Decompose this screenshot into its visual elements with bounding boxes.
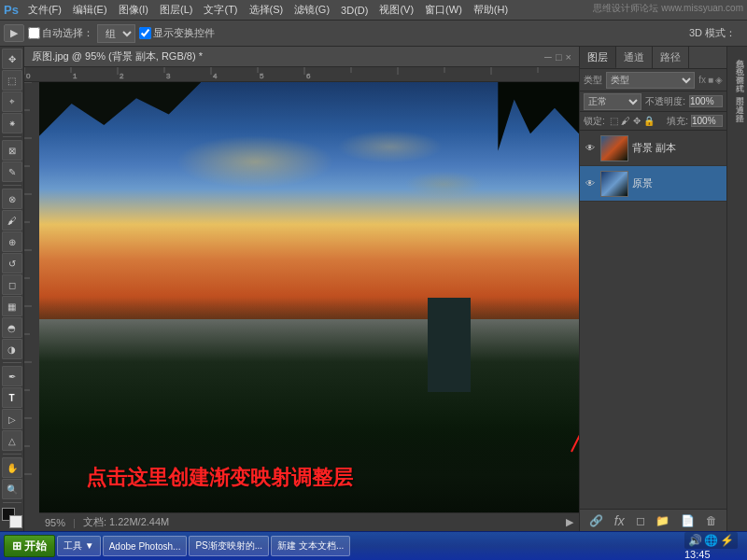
- layer-row-original[interactable]: 👁 原景: [580, 166, 726, 202]
- scroll-right-btn[interactable]: ▶: [566, 516, 573, 528]
- tray-power-icon[interactable]: ⚡: [720, 534, 734, 547]
- photo-canvas-container: 点击这里创建渐变映射调整层: [39, 82, 579, 512]
- tool-magic-wand[interactable]: ⁕: [2, 113, 22, 133]
- tool-lasso[interactable]: ⌖: [2, 91, 22, 112]
- delete-layer-btn[interactable]: 🗑: [702, 512, 721, 529]
- tool-hand[interactable]: ✋: [2, 457, 22, 478]
- lock-label: 锁定:: [584, 115, 605, 128]
- tool-eraser[interactable]: ◻: [2, 274, 22, 295]
- fill-input[interactable]: [691, 115, 723, 127]
- svg-text:2: 2: [120, 72, 124, 80]
- tool-gradient[interactable]: ▦: [2, 296, 22, 316]
- menu-edit[interactable]: 编辑(E): [67, 1, 113, 19]
- tool-pen[interactable]: ✒: [2, 366, 22, 386]
- far-right-layers[interactable]: 图层: [729, 87, 746, 94]
- layer-name-2: 原景: [632, 176, 723, 190]
- taskbar-photoshop[interactable]: Adobe Photosh...: [103, 536, 188, 556]
- new-layer-btn[interactable]: 📄: [677, 512, 698, 529]
- color-swatch[interactable]: [2, 508, 22, 528]
- layer-row-bg-copy[interactable]: 👁 背景 副本: [580, 131, 726, 166]
- menu-image[interactable]: 图像(I): [113, 1, 154, 19]
- tool-dodge[interactable]: ◑: [2, 339, 22, 359]
- tool-blur[interactable]: ◓: [2, 317, 22, 338]
- tool-crop[interactable]: ⊠: [2, 140, 22, 161]
- filter-icon-smart[interactable]: ◈: [715, 75, 723, 85]
- menu-view[interactable]: 视图(V): [374, 1, 419, 19]
- tray-sound-icon[interactable]: 🔊: [688, 534, 702, 547]
- far-right-swatches[interactable]: 色板: [729, 57, 746, 64]
- canvas-area: 原图.jpg @ 95% (背景 副本, RGB/8) * ─ □ × 0 1 …: [24, 47, 579, 531]
- right-panels: 图层 通道 路径 类型 类型 名称 fx ■ ◈: [579, 47, 747, 531]
- background-color[interactable]: [9, 515, 22, 528]
- taskbar-new-doc[interactable]: 新建 文本文档...: [271, 536, 350, 556]
- far-right-paths[interactable]: 路径: [729, 104, 746, 111]
- menu-file[interactable]: 文件(F): [22, 1, 67, 19]
- menu-bar: Ps 文件(F) 编辑(E) 图像(I) 图层(L) 文字(T) 选择(S) 滤…: [0, 0, 747, 21]
- filter-icon-fx[interactable]: fx: [698, 75, 706, 85]
- tool-shape[interactable]: △: [2, 430, 22, 451]
- tool-spot-heal[interactable]: ⊗: [2, 189, 22, 209]
- tool-eyedropper[interactable]: ✎: [2, 161, 22, 182]
- opacity-input[interactable]: [689, 95, 723, 107]
- doc-tab-controls[interactable]: ─ □ ×: [544, 51, 571, 63]
- ruler-h-svg: 0 1 2 3 4 5 6: [24, 67, 579, 82]
- layer-visibility-2[interactable]: 👁: [584, 177, 597, 190]
- menu-layer[interactable]: 图层(L): [154, 1, 198, 19]
- lock-transparent-icon[interactable]: ⬚: [610, 116, 618, 126]
- tool-marquee[interactable]: ⬚: [2, 70, 22, 91]
- start-label: 开始: [24, 539, 47, 554]
- cloud-layer: [39, 117, 579, 267]
- menu-3d[interactable]: 3D(D): [335, 3, 374, 18]
- tab-paths[interactable]: 路径: [653, 47, 689, 68]
- tab-channels[interactable]: 通道: [616, 47, 653, 68]
- tool-separator-5: [3, 502, 21, 503]
- layers-lock-row: 锁定: ⬚ 🖌 ✥ 🔒 填充:: [580, 112, 726, 131]
- minimize-icon[interactable]: ─: [544, 51, 552, 63]
- far-right-adjustments[interactable]: 调整: [729, 65, 746, 73]
- lock-all-icon[interactable]: 🔒: [643, 116, 655, 126]
- blend-mode-select[interactable]: 正常: [584, 93, 641, 110]
- building-silhouette: [428, 298, 471, 392]
- layer-visibility-1[interactable]: 👁: [584, 142, 597, 155]
- far-right-channels[interactable]: 通道: [729, 95, 746, 103]
- taskbar-tools[interactable]: 工具 ▼: [57, 536, 101, 556]
- far-right-color[interactable]: 颜色: [729, 49, 746, 56]
- options-tool-btn[interactable]: ▶: [4, 24, 24, 42]
- close-doc-icon[interactable]: ×: [566, 51, 571, 63]
- layers-filter-row: 类型 类型 名称 fx ■ ◈: [580, 69, 726, 91]
- tool-clone[interactable]: ⊕: [2, 231, 22, 252]
- maximize-icon[interactable]: □: [556, 51, 562, 63]
- add-style-btn[interactable]: fx: [611, 511, 628, 530]
- lock-paint-icon[interactable]: 🖌: [621, 116, 630, 126]
- new-group-btn[interactable]: 📁: [652, 512, 673, 529]
- status-bar: 95% | 文档: 1.22M/2.44M ▶: [39, 512, 579, 531]
- add-mask-btn[interactable]: ◻: [632, 512, 649, 529]
- menu-filter[interactable]: 滤镜(G): [289, 1, 335, 19]
- tool-zoom[interactable]: 🔍: [2, 479, 22, 499]
- taskbar-ps-tutorial[interactable]: PS渐变映射的...: [189, 536, 269, 556]
- show-transform-checkbox[interactable]: [139, 27, 151, 39]
- tool-path-select[interactable]: ▷: [2, 409, 22, 429]
- filter-icon-color[interactable]: ■: [708, 75, 713, 85]
- start-button[interactable]: ⊞ 开始: [4, 535, 55, 557]
- tool-brush[interactable]: 🖌: [2, 210, 22, 231]
- tool-move[interactable]: ✥: [2, 49, 22, 69]
- menu-text[interactable]: 文字(T): [198, 1, 243, 19]
- tool-history-brush[interactable]: ↺: [2, 253, 22, 273]
- tool-type[interactable]: T: [2, 387, 22, 408]
- taskbar: ⊞ 开始 工具 ▼ Adobe Photosh... PS渐变映射的... 新建…: [0, 531, 747, 560]
- menu-window[interactable]: 窗口(W): [419, 1, 468, 19]
- filter-select[interactable]: 类型 名称: [606, 72, 695, 89]
- ruler-vertical: [24, 82, 39, 531]
- link-layers-btn[interactable]: 🔗: [585, 512, 607, 529]
- auto-select-select[interactable]: 组: [97, 24, 135, 43]
- lock-move-icon[interactable]: ✥: [633, 116, 641, 126]
- menu-select[interactable]: 选择(S): [244, 1, 289, 19]
- far-right-styles[interactable]: 样式: [729, 74, 746, 81]
- tray-network-icon[interactable]: 🌐: [704, 534, 718, 547]
- doc-tab-title: 原图.jpg @ 95% (背景 副本, RGB/8) *: [32, 49, 203, 63]
- menu-help[interactable]: 帮助(H): [468, 1, 514, 19]
- auto-select-checkbox[interactable]: [28, 27, 40, 39]
- tab-layers[interactable]: 图层: [580, 47, 616, 68]
- layer-thumb-1: [600, 135, 628, 161]
